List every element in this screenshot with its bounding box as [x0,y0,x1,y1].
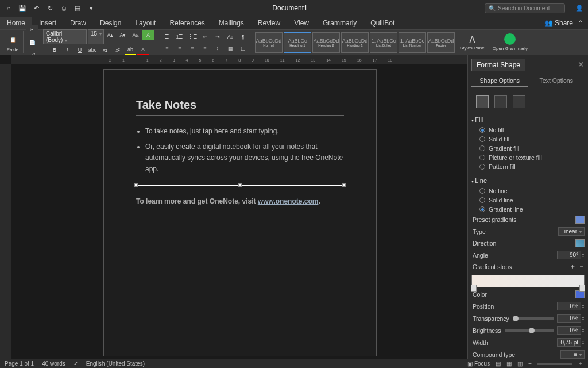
shape-options-tab[interactable]: Shape Options [471,75,528,87]
tab-grammarly[interactable]: Grammarly [316,17,363,29]
resize-handle-right[interactable] [342,183,346,187]
doc-heading[interactable]: Take Notes [136,98,344,116]
transparency-slider[interactable] [513,317,554,320]
angle-stepper[interactable]: ▲▼ [582,252,585,258]
fill-solid[interactable]: Solid fill [471,135,585,144]
customize-icon[interactable]: ▾ [87,4,95,12]
fill-pattern[interactable]: Pattern fill [471,162,585,171]
onenote-link[interactable]: www.onenote.com [258,197,319,205]
zoom-in-icon[interactable]: ＋ [578,359,583,367]
fill-line-icon[interactable] [476,95,489,108]
shading-icon[interactable]: ▦ [225,43,236,53]
styles-pane-button[interactable]: A̲Styles Pane [457,33,488,52]
brightness-input[interactable]: 0% [557,326,581,335]
position-input[interactable]: 0% [557,302,581,310]
font-size-combo[interactable]: 15▾ [88,29,104,44]
underline-icon[interactable]: U [74,45,86,55]
share-button[interactable]: 👥 Share [544,19,573,27]
line-section-header[interactable]: Line [471,175,585,186]
view-print-icon[interactable]: ▤ [496,361,501,367]
preview-icon[interactable]: ▤ [74,4,82,12]
subscript-icon[interactable]: x₂ [99,45,111,55]
effects-icon[interactable] [494,95,507,108]
resize-handle-left[interactable] [134,183,138,187]
document-area[interactable]: Take Notes To take notes, just tap here … [11,64,467,359]
add-stop-icon[interactable]: ＋ [570,263,576,270]
page[interactable]: Take Notes To take notes, just tap here … [103,69,377,356]
tab-mailings[interactable]: Mailings [212,17,251,29]
brightness-slider[interactable] [505,329,554,332]
direction-swatch[interactable] [575,239,585,247]
line-spacing-icon[interactable]: ↕ [212,43,223,53]
decrease-indent-icon[interactable]: ⇤ [199,32,211,42]
line-solid[interactable]: Solid line [471,195,585,205]
type-combo[interactable]: Linear▾ [558,227,585,236]
stop-color-swatch[interactable] [575,290,585,298]
print-icon[interactable]: ⎙ [60,4,68,12]
undo-icon[interactable]: ↶ [32,4,40,12]
tab-draw[interactable]: Draw [63,17,93,29]
style-heading-3[interactable]: AaBbCcDdHeading 3 [341,32,369,53]
align-right-icon[interactable]: ≡ [187,43,198,53]
increase-font-icon[interactable]: A▴ [105,30,116,40]
bullets-icon[interactable]: ≣ [161,32,173,42]
view-web-icon[interactable]: ▦ [506,361,512,367]
strike-icon[interactable]: abc [87,45,98,55]
style-footer[interactable]: AaBbCcDdFooter [427,32,455,53]
save-icon[interactable]: 💾 [18,4,26,12]
fill-gradient[interactable]: Gradient fill [471,144,585,153]
fill-no-fill[interactable]: No fill [471,125,585,135]
clear-format-icon[interactable]: A [142,30,154,40]
tab-quillbot[interactable]: QuillBot [363,17,401,29]
cut-icon[interactable]: ✂ [26,25,38,35]
font-name-combo[interactable]: Calibri (Body)▾ [43,29,87,44]
angle-input[interactable]: 90° [557,251,581,259]
decrease-font-icon[interactable]: A▾ [117,30,129,40]
open-grammarly-button[interactable]: Open Grammarly [489,32,531,52]
tab-view[interactable]: View [287,17,316,29]
preset-gradient-swatch[interactable] [575,216,585,224]
increase-indent-icon[interactable]: ⇥ [212,32,223,42]
styles-gallery[interactable]: AaBbCcDdNormal AaBbCcHeading 1 AaBbCcDdH… [254,32,455,53]
style-list-bullet[interactable]: 1. AaBbCcList Bullet [370,32,397,53]
redo-icon[interactable]: ↻ [46,4,54,12]
bullet-item[interactable]: Or, easily create a digital notebook for… [145,141,344,175]
home-icon[interactable]: ⌂ [5,4,13,12]
line-no-line[interactable]: No line [471,186,585,195]
collapse-ribbon-icon[interactable]: ⌃ [578,19,583,27]
zoom-slider[interactable] [537,363,572,365]
zoom-out-icon[interactable]: − [528,361,532,367]
focus-mode[interactable]: ▣ Focus [467,361,490,367]
style-heading-1[interactable]: AaBbCcHeading 1 [284,32,311,53]
search-input[interactable]: 🔍 Search in Document [485,3,565,13]
transparency-input[interactable]: 0% [557,314,581,323]
fill-section-header[interactable]: Fill [471,114,585,125]
spellcheck-icon[interactable]: ✓ [74,361,78,367]
font-color-icon[interactable]: A [137,45,149,55]
selected-line-shape[interactable] [136,185,344,186]
language-indicator[interactable]: English (United States) [86,361,145,367]
align-left-icon[interactable]: ≡ [161,43,173,53]
align-center-icon[interactable]: ≡ [174,43,185,53]
view-outline-icon[interactable]: ▥ [517,361,523,367]
word-count[interactable]: 40 words [42,361,65,367]
bullet-item[interactable]: To take notes, just tap here and start t… [145,126,344,137]
style-normal[interactable]: AaBbCcDdNormal [255,32,283,53]
bold-icon[interactable]: B [49,45,60,55]
sort-icon[interactable]: A↓ [225,32,236,42]
tab-design[interactable]: Design [93,17,128,29]
tab-references[interactable]: References [163,17,211,29]
gradient-stops-track[interactable] [471,275,585,288]
position-stepper[interactable]: ▲▼ [582,304,585,309]
change-case-icon[interactable]: Aa [130,30,141,40]
style-heading-2[interactable]: AaBbCcDdHeading 2 [312,32,340,53]
tab-review[interactable]: Review [251,17,287,29]
borders-icon[interactable]: ▢ [237,43,249,53]
numbering-icon[interactable]: 1≣ [174,32,185,42]
gradient-stop[interactable] [471,285,477,292]
fill-picture[interactable]: Picture or texture fill [471,153,585,162]
width-stepper[interactable]: ▲▼ [582,340,585,346]
paste-button[interactable]: 📋 [5,33,20,47]
remove-stop-icon[interactable]: － [578,263,585,270]
copy-icon[interactable]: 📄 [26,37,38,48]
